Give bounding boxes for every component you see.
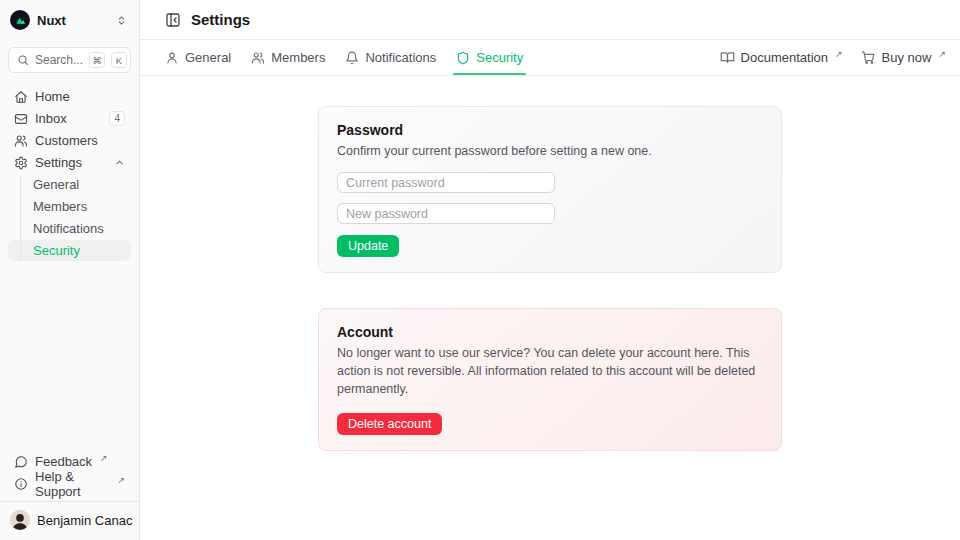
sidebar-item-security[interactable]: Security [8, 240, 131, 261]
update-button[interactable]: Update [337, 235, 399, 257]
sidebar-item-label: Security [33, 243, 80, 258]
avatar [10, 510, 30, 530]
sidebar-item-label: Help & Support [35, 469, 109, 499]
sidebar-item-home[interactable]: Home [8, 86, 131, 107]
settings-sub-list: General Members Notifications Security [8, 174, 131, 262]
nuxt-logo-icon [10, 10, 30, 30]
tab-actions: Documentation↗ Buy now↗ [720, 50, 946, 65]
tab-label: Members [271, 50, 325, 65]
kbd-meta: ⌘ [89, 52, 105, 68]
password-card: Password Confirm your current password b… [318, 106, 782, 273]
sidebar-item-customers[interactable]: Customers [8, 130, 131, 151]
password-card-description: Confirm your current password before set… [337, 142, 763, 160]
buy-now-link[interactable]: Buy now↗ [861, 50, 946, 65]
current-password-field[interactable] [337, 172, 555, 193]
account-card-title: Account [337, 324, 763, 340]
action-label: Documentation [741, 50, 828, 65]
book-open-icon [720, 50, 735, 65]
shopping-cart-icon [861, 50, 876, 65]
shield-icon [456, 51, 470, 65]
panel-left-close-icon [165, 12, 181, 28]
sidebar-item-label: Notifications [33, 221, 104, 236]
sidebar: Nuxt Search... ⌘ K Home Inbox 4 [0, 0, 140, 540]
sidebar-nav: Home Inbox 4 Customers Settings [8, 86, 131, 262]
inbox-icon [14, 112, 28, 126]
sidebar-item-label: Settings [35, 155, 82, 170]
tab-notifications[interactable]: Notifications [345, 40, 436, 75]
delete-account-button[interactable]: Delete account [337, 413, 442, 435]
inbox-count-badge: 4 [109, 111, 125, 126]
page-title: Settings [191, 11, 250, 28]
documentation-link[interactable]: Documentation↗ [720, 50, 843, 65]
user-name: Benjamin Canac [37, 513, 132, 528]
search-icon [17, 54, 29, 66]
sidebar-item-label: Customers [35, 133, 98, 148]
content-area: Password Confirm your current password b… [140, 76, 960, 540]
bell-icon [345, 51, 359, 65]
sidebar-item-settings[interactable]: Settings [8, 152, 131, 173]
sidebar-item-label: Inbox [35, 111, 67, 126]
password-form: Update [337, 172, 763, 257]
account-card: Account No longer want to use our servic… [318, 308, 782, 451]
tab-label: General [185, 50, 231, 65]
account-card-description: No longer want to use our service? You c… [337, 344, 763, 398]
tab-security[interactable]: Security [456, 40, 523, 75]
workspace-name: Nuxt [37, 13, 109, 28]
tab-members[interactable]: Members [251, 40, 325, 75]
password-card-title: Password [337, 122, 763, 138]
info-circle-icon [14, 477, 28, 491]
sidebar-spacer [8, 262, 131, 451]
external-link-arrow: ↗ [117, 475, 125, 485]
external-link-arrow: ↗ [835, 49, 843, 59]
new-password-field[interactable] [337, 203, 555, 224]
chevron-up-icon [114, 157, 125, 168]
user-icon [165, 51, 179, 65]
workspace-switcher[interactable]: Nuxt [8, 8, 131, 32]
gear-icon [14, 156, 28, 170]
message-bubble-icon [14, 455, 28, 469]
external-link-arrow: ↗ [938, 49, 946, 59]
tab-label: Security [476, 50, 523, 65]
users-icon [14, 134, 28, 148]
sidebar-item-help-support[interactable]: Help & Support↗ [8, 473, 131, 494]
search-input[interactable]: Search... ⌘ K [8, 47, 131, 73]
kbd-k: K [111, 52, 127, 68]
tab-bar: General Members Notifications Security [140, 40, 960, 76]
tab-label: Notifications [365, 50, 436, 65]
sidebar-item-label: Members [33, 199, 87, 214]
sidebar-item-inbox[interactable]: Inbox 4 [8, 108, 131, 129]
main-area: Settings General Members Notifications [140, 0, 960, 540]
sidebar-collapse-button[interactable] [165, 12, 181, 28]
sidebar-item-label: Home [35, 89, 70, 104]
action-label: Buy now [882, 50, 932, 65]
tabs: General Members Notifications Security [165, 40, 523, 75]
users-icon [251, 51, 265, 65]
sidebar-item-general[interactable]: General [8, 174, 131, 195]
sidebar-item-label: Feedback [35, 454, 92, 469]
search-placeholder: Search... [35, 53, 83, 67]
chevrons-up-down-icon [116, 15, 127, 26]
tab-general[interactable]: General [165, 40, 231, 75]
user-menu[interactable]: Benjamin Canac [8, 502, 131, 532]
home-icon [14, 90, 28, 104]
external-link-arrow: ↗ [100, 453, 108, 463]
sidebar-item-label: General [33, 177, 79, 192]
sidebar-item-notifications[interactable]: Notifications [8, 218, 131, 239]
sidebar-item-members[interactable]: Members [8, 196, 131, 217]
page-header: Settings [140, 0, 960, 40]
